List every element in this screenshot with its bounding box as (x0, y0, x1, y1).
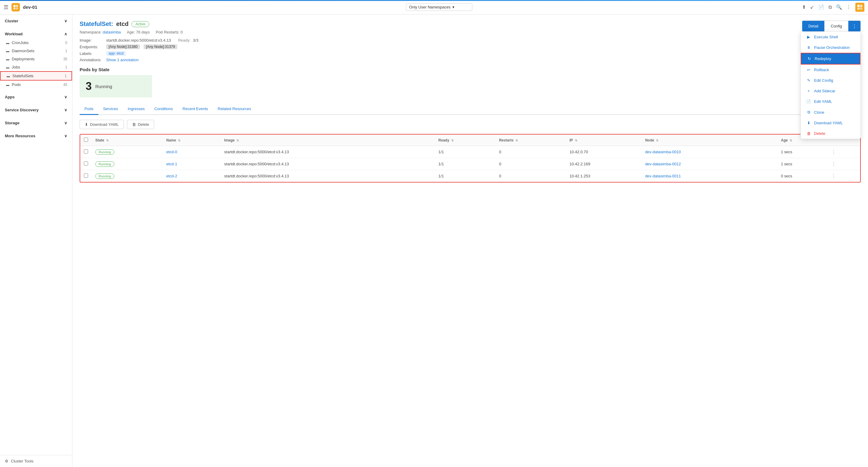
upload-icon[interactable]: ⬆ (802, 4, 806, 10)
storage-label: Storage (5, 121, 19, 125)
action-bar: Detail Config ⋮ (802, 21, 861, 32)
col-state[interactable]: State ⇅ (92, 134, 162, 146)
delete-button[interactable]: 🗑 Delete (127, 120, 154, 129)
page-title-row: StatefulSet: etcd Active (80, 21, 149, 27)
row-checkbox[interactable] (84, 161, 88, 166)
col-ip[interactable]: IP ⇅ (566, 134, 642, 146)
detail-button[interactable]: Detail (802, 21, 825, 31)
col-node[interactable]: Node ⇅ (642, 134, 757, 146)
svg-rect-2 (13, 7, 16, 9)
pod-restarts: 0 (496, 170, 566, 182)
storage-section: Storage ∨ (0, 117, 72, 129)
row-more-icon[interactable]: ⋮ (831, 149, 836, 154)
svg-rect-5 (860, 4, 863, 7)
namespace-link[interactable]: datasimba (103, 30, 121, 34)
tab-pods[interactable]: Pods (80, 103, 98, 115)
pod-name-link[interactable]: etcd-1 (166, 162, 177, 166)
pod-ip: 10.42.1.253 (566, 170, 642, 182)
tab-recent-events[interactable]: Recent Events (178, 103, 213, 115)
import-icon[interactable]: ↙ (810, 4, 814, 10)
tab-services[interactable]: Services (98, 103, 123, 115)
edit-config-item[interactable]: ✎ Edit Config (801, 75, 861, 86)
pod-restarts-info: Pod Restarts: 0 (156, 30, 183, 34)
row-more-icon[interactable]: ⋮ (831, 161, 836, 166)
redeploy-item[interactable]: ↻ Redeploy (801, 53, 861, 65)
pod-node-link[interactable]: dev-datasimba-0010 (645, 150, 681, 154)
pod-node-link[interactable]: dev-datasimba-0012 (645, 162, 681, 166)
download-yaml-button[interactable]: ⬇ Download YAML (80, 120, 124, 129)
more-icon[interactable]: ⋮ (846, 4, 851, 10)
sidebar-item-cronjobs[interactable]: ▬ CronJobs 0 (0, 39, 72, 47)
select-all-checkbox[interactable] (84, 137, 88, 142)
delete-item[interactable]: 🗑 Delete (801, 128, 861, 139)
clone-item[interactable]: ⧉ Clone (801, 107, 861, 118)
pod-image: startdt.docker.repo:5000/etcd:v3.4.13 (220, 146, 415, 158)
apps-chevron-icon: ∨ (64, 95, 67, 99)
row-checkbox[interactable] (84, 174, 88, 178)
file-icon[interactable]: 📄 (818, 4, 824, 10)
jobs-count: 1 (65, 65, 67, 69)
workload-header[interactable]: Workload ∧ (0, 29, 72, 39)
ready-label: Ready: (178, 38, 191, 42)
col-image[interactable]: Image ⇅ (220, 134, 415, 146)
col-name[interactable]: Name ⇅ (162, 134, 220, 146)
col-restarts[interactable]: Restarts ⇅ (496, 134, 566, 146)
config-button[interactable]: Config (825, 21, 848, 31)
image-row: Image: startdt.docker.repo:5000/etcd:v3.… (80, 38, 861, 42)
execute-shell-item[interactable]: ▶ Execute Shell (801, 32, 861, 42)
row-more-icon[interactable]: ⋮ (831, 174, 836, 179)
pods-by-state-title: Pods by State (80, 67, 861, 72)
service-discovery-header[interactable]: Service Discovery ∨ (0, 105, 72, 115)
add-sidecar-item[interactable]: + Add Sidecar (801, 86, 861, 96)
pod-age: 1 secs (777, 158, 828, 170)
title-area: StatefulSet: etcd Active (80, 21, 149, 27)
gear-icon: ⚙ (5, 459, 8, 463)
search-icon[interactable]: 🔍 (836, 4, 842, 10)
download-yaml-label: Download YAML (90, 122, 119, 127)
cluster-tools[interactable]: ⚙ Cluster Tools (0, 455, 72, 467)
service-discovery-chevron-icon: ∨ (64, 108, 67, 112)
col-ready[interactable]: Ready ⇅ (435, 134, 496, 146)
cronjobs-icon: ▬ (6, 41, 9, 45)
pod-name-link[interactable]: etcd-0 (166, 150, 177, 154)
copy-icon[interactable]: ⧉ (829, 4, 832, 10)
tab-related-resources[interactable]: Related Resources (213, 103, 256, 115)
more-actions-button[interactable]: ⋮ (848, 21, 861, 31)
show-annotation-link[interactable]: Show 1 annotation (106, 58, 139, 62)
tab-ingresses[interactable]: Ingresses (123, 103, 150, 115)
annotations-row: Annotations: Show 1 annotation (80, 58, 861, 62)
apps-header[interactable]: Apps ∨ (0, 92, 72, 102)
pod-ready: 1/1 (435, 170, 496, 182)
pods-count: 45 (63, 83, 67, 87)
redeploy-label: Redeploy (815, 56, 831, 61)
service-discovery-section: Service Discovery ∨ (0, 103, 72, 117)
cluster-header[interactable]: Cluster ∨ (0, 16, 72, 26)
more-resources-header[interactable]: More Resources ∨ (0, 131, 72, 141)
sidebar-item-statefulsets[interactable]: ▬ StatefulSets 1 (0, 71, 72, 81)
sidebar-item-deployments[interactable]: ▬ Deployments 35 (0, 55, 72, 63)
pause-orchestration-label: Pause Orchestration (814, 45, 850, 50)
sidebar-item-jobs[interactable]: ▬ Jobs 1 (0, 63, 72, 71)
pod-node-link[interactable]: dev-datasimba-0011 (645, 174, 681, 178)
sidebar-item-daemonsets[interactable]: ▬ DaemonSets 1 (0, 47, 72, 55)
pod-name-link[interactable]: etcd-2 (166, 174, 177, 178)
pause-icon: ⏸ (806, 45, 811, 50)
topbar-right: ⬆ ↙ 📄 ⧉ 🔍 ⋮ (802, 3, 864, 12)
rollback-item[interactable]: ↩ Rollback (801, 65, 861, 75)
row-checkbox[interactable] (84, 149, 88, 154)
cluster-tools-label: Cluster Tools (11, 459, 33, 463)
pod-image: startdt.docker.repo:5000/etcd:v3.4.13 (220, 158, 415, 170)
avatar[interactable] (855, 3, 864, 12)
pods-icon: ▬ (6, 83, 9, 87)
hamburger-icon[interactable]: ☰ (4, 4, 8, 10)
storage-header[interactable]: Storage ∨ (0, 118, 72, 128)
tab-conditions[interactable]: Conditions (150, 103, 178, 115)
sidebar-item-pods[interactable]: ▬ Pods 45 (0, 81, 72, 89)
namespace-selector[interactable]: Only User Namespaces ▾ (406, 3, 472, 11)
edit-config-icon: ✎ (806, 78, 811, 83)
edit-yaml-item[interactable]: 📄 Edit YAML (801, 96, 861, 107)
download-yaml-item[interactable]: ⬇ Download YAML (801, 118, 861, 128)
topbar-center: Only User Namespaces ▾ (80, 3, 798, 11)
pause-orchestration-item[interactable]: ⏸ Pause Orchestration (801, 42, 861, 53)
cronjobs-count: 0 (65, 41, 67, 45)
